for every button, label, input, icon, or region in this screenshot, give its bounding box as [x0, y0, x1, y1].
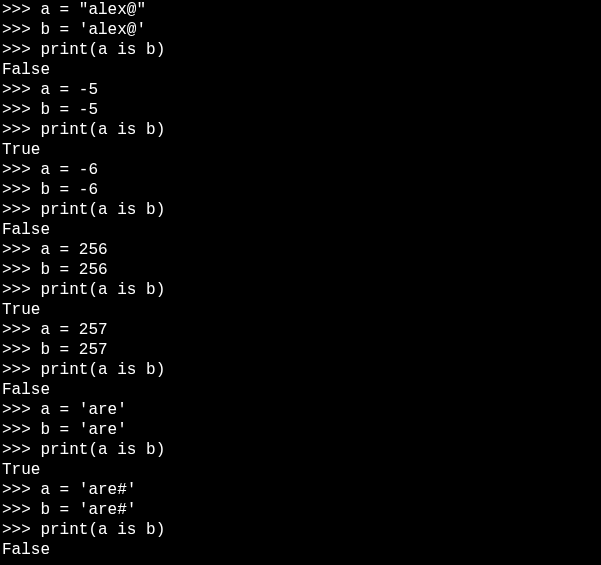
- repl-prompt: >>>: [2, 341, 40, 359]
- repl-input-line: >>> a = -6: [2, 160, 599, 180]
- repl-prompt: >>>: [2, 281, 40, 299]
- repl-input-line: >>> b = 257: [2, 340, 599, 360]
- repl-input-line: >>> a = 256: [2, 240, 599, 260]
- repl-input-text: b = 'are': [40, 421, 126, 439]
- repl-input-line: >>> a = 'are#': [2, 480, 599, 500]
- repl-prompt: >>>: [2, 41, 40, 59]
- repl-input-line: >>> print(a is b): [2, 280, 599, 300]
- repl-input-line: >>> print(a is b): [2, 360, 599, 380]
- repl-prompt: >>>: [2, 181, 40, 199]
- repl-output-text: True: [2, 301, 40, 319]
- repl-input-line: >>> b = 'are': [2, 420, 599, 440]
- repl-prompt: >>>: [2, 441, 40, 459]
- repl-input-line: >>> print(a is b): [2, 440, 599, 460]
- repl-prompt: >>>: [2, 201, 40, 219]
- repl-input-text: print(a is b): [40, 201, 165, 219]
- repl-output-line: False: [2, 60, 599, 80]
- repl-prompt: >>>: [2, 161, 40, 179]
- repl-input-text: b = 'alex@': [40, 21, 146, 39]
- repl-output-line: True: [2, 460, 599, 480]
- repl-input-line: >>> print(a is b): [2, 40, 599, 60]
- repl-input-text: print(a is b): [40, 281, 165, 299]
- repl-input-text: b = -5: [40, 101, 98, 119]
- repl-output-line: False: [2, 380, 599, 400]
- repl-prompt: >>>: [2, 21, 40, 39]
- repl-input-line: >>> print(a is b): [2, 520, 599, 540]
- repl-input-line: >>> b = 'alex@': [2, 20, 599, 40]
- repl-prompt: >>>: [2, 421, 40, 439]
- repl-input-line: >>> b = 256: [2, 260, 599, 280]
- repl-output-line: False: [2, 540, 599, 560]
- repl-input-line: >>> b = 'are#': [2, 500, 599, 520]
- repl-output-text: True: [2, 461, 40, 479]
- repl-prompt: >>>: [2, 1, 40, 19]
- repl-input-text: b = 257: [40, 341, 107, 359]
- repl-prompt: >>>: [2, 121, 40, 139]
- repl-output-text: False: [2, 221, 50, 239]
- repl-prompt: >>>: [2, 501, 40, 519]
- repl-input-line: >>> a = -5: [2, 80, 599, 100]
- repl-input-text: print(a is b): [40, 361, 165, 379]
- repl-input-text: print(a is b): [40, 41, 165, 59]
- repl-prompt: >>>: [2, 521, 40, 539]
- repl-prompt: >>>: [2, 481, 40, 499]
- repl-input-text: b = 'are#': [40, 501, 136, 519]
- repl-output-line: True: [2, 140, 599, 160]
- repl-input-line: >>> a = 257: [2, 320, 599, 340]
- repl-prompt: >>>: [2, 261, 40, 279]
- repl-output-line: False: [2, 220, 599, 240]
- repl-prompt: >>>: [2, 361, 40, 379]
- repl-input-text: a = -5: [40, 81, 98, 99]
- repl-input-text: print(a is b): [40, 121, 165, 139]
- repl-input-text: a = 257: [40, 321, 107, 339]
- repl-output-text: False: [2, 61, 50, 79]
- repl-input-text: a = 'are#': [40, 481, 136, 499]
- repl-input-text: a = 256: [40, 241, 107, 259]
- repl-input-text: b = 256: [40, 261, 107, 279]
- repl-input-text: a = 'are': [40, 401, 126, 419]
- repl-input-line: >>> b = -5: [2, 100, 599, 120]
- repl-output-text: False: [2, 381, 50, 399]
- repl-output-text: False: [2, 541, 50, 559]
- repl-input-line: >>> a = "alex@": [2, 0, 599, 20]
- repl-input-line: >>> b = -6: [2, 180, 599, 200]
- repl-input-text: a = -6: [40, 161, 98, 179]
- repl-output-line: True: [2, 300, 599, 320]
- repl-input-text: b = -6: [40, 181, 98, 199]
- repl-input-line: >>> a = 'are': [2, 400, 599, 420]
- repl-input-text: print(a is b): [40, 441, 165, 459]
- repl-input-line: >>> print(a is b): [2, 200, 599, 220]
- python-repl-output[interactable]: >>> a = "alex@">>> b = 'alex@'>>> print(…: [0, 0, 601, 560]
- repl-prompt: >>>: [2, 101, 40, 119]
- repl-prompt: >>>: [2, 81, 40, 99]
- repl-input-text: a = "alex@": [40, 1, 146, 19]
- repl-output-text: True: [2, 141, 40, 159]
- repl-prompt: >>>: [2, 321, 40, 339]
- repl-prompt: >>>: [2, 401, 40, 419]
- repl-input-text: print(a is b): [40, 521, 165, 539]
- repl-prompt: >>>: [2, 241, 40, 259]
- repl-input-line: >>> print(a is b): [2, 120, 599, 140]
